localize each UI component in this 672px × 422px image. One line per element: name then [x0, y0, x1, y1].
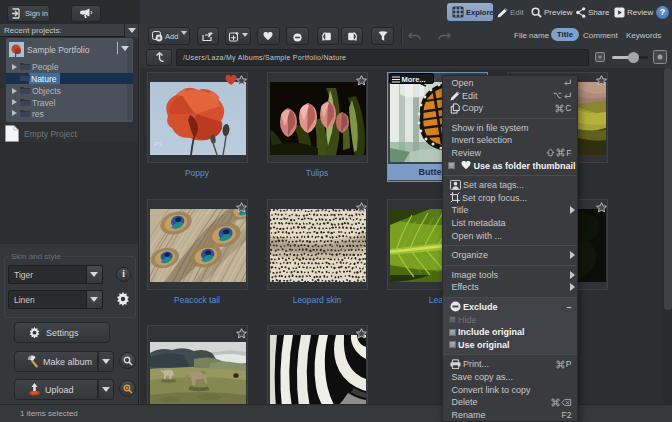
svg-text:PS: PS	[154, 141, 162, 147]
